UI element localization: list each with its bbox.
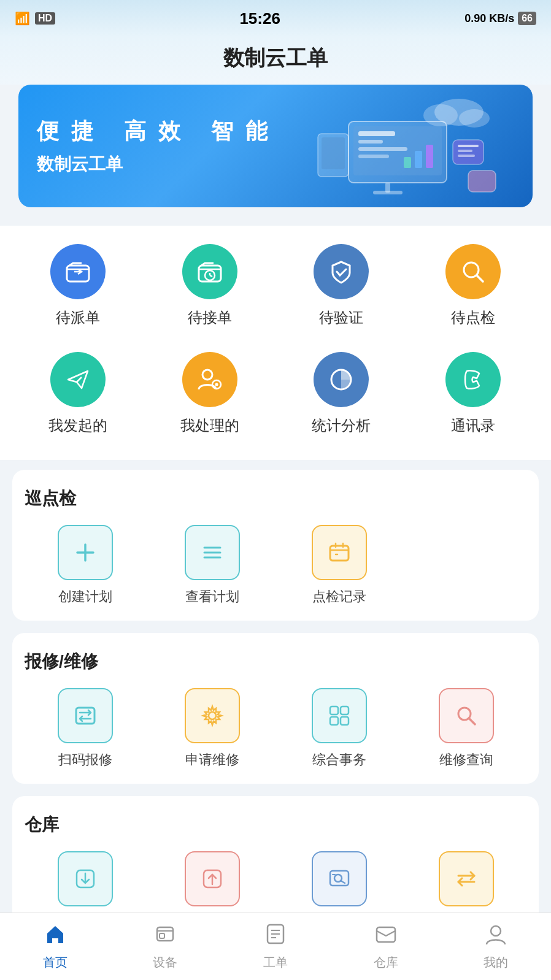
banner-line2: 数制云工单: [37, 153, 280, 176]
svg-point-32: [215, 383, 218, 386]
quick-action-3[interactable]: 待点检: [407, 232, 539, 340]
quick-label-0: 待派单: [56, 308, 100, 327]
quick-action-2[interactable]: 待验证: [276, 232, 407, 340]
section-item-patrol-grid-0[interactable]: 创建计划: [25, 525, 145, 606]
svg-rect-9: [404, 157, 411, 168]
section-item-repair-grid-0[interactable]: 扫码报修: [25, 688, 145, 769]
quick-icon-4: [50, 352, 106, 407]
patrol-items-grid: 创建计划 查看计划 点检记录: [25, 525, 526, 606]
section-icon-warehouse-grid-1: [185, 851, 240, 906]
svg-rect-13: [373, 191, 403, 194]
patrol-section-title: 巡点检: [25, 487, 526, 510]
warehouse-section-title: 仓库: [25, 813, 526, 836]
svg-line-26: [210, 275, 212, 277]
section-label-patrol-grid-1: 查看计划: [185, 588, 239, 606]
quick-action-0[interactable]: 待派单: [12, 232, 144, 340]
svg-rect-7: [358, 147, 407, 151]
svg-rect-15: [458, 145, 479, 147]
nav-label-我的: 我的: [484, 954, 508, 971]
section-label-repair-grid-1: 申请维修: [185, 751, 239, 769]
nav-label-仓库: 仓库: [374, 954, 398, 971]
status-bar: 📶 HD 15:26 0.90 KB/s 66: [0, 0, 551, 37]
quick-label-2: 待验证: [319, 308, 363, 327]
quick-action-4[interactable]: 我发起的: [12, 340, 144, 448]
svg-rect-49: [341, 717, 349, 725]
svg-rect-46: [330, 706, 338, 714]
quick-action-7[interactable]: 通讯录: [407, 340, 539, 448]
status-left: 📶 HD: [15, 11, 55, 26]
svg-line-28: [477, 275, 483, 281]
svg-rect-8: [358, 155, 389, 158]
quick-label-4: 我发起的: [48, 416, 107, 435]
quick-label-5: 我处理的: [180, 416, 239, 435]
quick-icon-5: [182, 352, 237, 407]
section-item-patrol-grid-2[interactable]: 点检记录: [279, 525, 399, 606]
network-speed: 0.90 KB/s: [464, 12, 514, 25]
quick-actions-grid: 待派单 待接单 待验证 待点检 我发起的 我处理的 统计分析 通: [0, 226, 551, 460]
section-label-repair-grid-3: 维修查询: [439, 751, 493, 769]
nav-icon-工单: [264, 922, 287, 951]
quick-icon-7: [445, 352, 501, 407]
svg-rect-19: [322, 137, 345, 169]
section-item-patrol-grid-1[interactable]: 查看计划: [152, 525, 272, 606]
section-label-repair-grid-2: 综合事务: [312, 751, 366, 769]
section-icon-warehouse-grid-3: [439, 851, 494, 906]
patrol-section: 巡点检 创建计划 查看计划 点检记录: [12, 470, 539, 621]
section-icon-patrol-grid-1: [185, 525, 240, 580]
section-label-patrol-grid-0: 创建计划: [58, 588, 112, 606]
status-right: 0.90 KB/s 66: [464, 12, 536, 25]
nav-label-设备: 设备: [153, 954, 177, 971]
section-item-repair-grid-3[interactable]: 维修查询: [406, 688, 526, 769]
section-label-patrol-grid-2: 点检记录: [312, 588, 366, 606]
section-item-repair-grid-2[interactable]: 综合事务: [279, 688, 399, 769]
svg-line-29: [77, 377, 82, 382]
banner-text: 便捷 高效 智能 数制云工单: [37, 117, 280, 176]
section-label-repair-grid-0: 扫码报修: [58, 751, 112, 769]
banner-line1: 便捷 高效 智能: [37, 117, 280, 147]
svg-rect-10: [415, 151, 422, 168]
svg-rect-6: [358, 140, 383, 144]
nav-label-工单: 工单: [263, 954, 288, 971]
quick-icon-1: [182, 244, 237, 299]
svg-rect-67: [377, 927, 395, 942]
nav-item-首页[interactable]: 首页: [0, 922, 110, 971]
repair-section: 报修/维修 扫码报修 申请维修 综合事务 维修查询: [12, 633, 539, 784]
banner: 便捷 高效 智能 数制云工单: [18, 85, 533, 207]
section-icon-patrol-grid-0: [58, 525, 113, 580]
section-icon-repair-grid-3: [439, 688, 494, 743]
section-icon-repair-grid-2: [312, 688, 367, 743]
svg-rect-48: [330, 717, 338, 725]
svg-rect-54: [330, 871, 349, 886]
quick-label-3: 待点检: [451, 308, 495, 327]
quick-action-1[interactable]: 待接单: [144, 232, 276, 340]
svg-rect-11: [426, 145, 433, 168]
svg-rect-44: [76, 708, 94, 724]
nav-icon-我的: [484, 922, 507, 951]
repair-section-title: 报修/维修: [25, 650, 526, 673]
quick-label-6: 统计分析: [312, 416, 371, 435]
svg-rect-62: [160, 933, 164, 938]
nav-item-我的[interactable]: 我的: [441, 922, 551, 971]
quick-action-6[interactable]: 统计分析: [276, 340, 407, 448]
nav-item-工单[interactable]: 工单: [220, 922, 331, 971]
svg-point-30: [202, 370, 212, 380]
repair-items-grid: 扫码报修 申请维修 综合事务 维修查询: [25, 688, 526, 769]
svg-point-68: [491, 926, 501, 936]
svg-rect-5: [358, 131, 395, 136]
nav-icon-仓库: [374, 922, 398, 951]
section-icon-warehouse-grid-0: [58, 851, 113, 906]
svg-rect-20: [468, 170, 496, 192]
svg-point-45: [209, 712, 216, 719]
nav-label-首页: 首页: [43, 954, 67, 971]
quick-label-7: 通讯录: [451, 416, 495, 435]
quick-action-5[interactable]: 我处理的: [144, 340, 276, 448]
section-icon-repair-grid-1: [185, 688, 240, 743]
svg-rect-16: [458, 150, 472, 152]
section-item-repair-grid-1[interactable]: 申请维修: [152, 688, 272, 769]
nav-icon-设备: [153, 922, 177, 951]
signal-icon: 📶: [15, 11, 30, 26]
nav-item-设备[interactable]: 设备: [110, 922, 221, 971]
hd-badge: HD: [35, 12, 55, 25]
section-icon-patrol-grid-2: [312, 525, 367, 580]
nav-item-仓库[interactable]: 仓库: [331, 922, 441, 971]
